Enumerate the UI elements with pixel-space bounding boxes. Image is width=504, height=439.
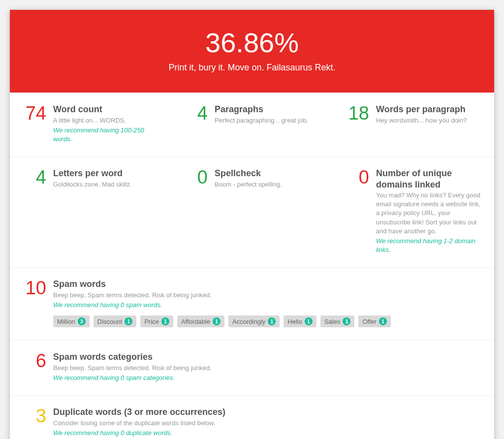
chip-count-badge: 1 (161, 317, 169, 325)
metric-value: 6 (21, 351, 46, 382)
word-chip: Discount1 (94, 315, 137, 327)
metric-spellcheck: 0 Spellcheck Boom - perfect spelling. (171, 157, 333, 267)
score-value: 36.86% (20, 27, 484, 59)
metric-value: 18 (344, 104, 369, 144)
word-chip: Price1 (140, 315, 173, 327)
metric-desc: Beep beep. Spam terms detected. Risk of … (53, 364, 483, 373)
metric-desc: Hey wordsmith... how you doin? (376, 116, 483, 125)
chip-count-badge: 1 (343, 317, 350, 325)
metric-title: Word count (53, 104, 160, 115)
metric-word-count: 74 Word count A little light on... WORDS… (10, 93, 171, 157)
chip-word: Discount (97, 318, 123, 325)
chip-count-badge: 1 (379, 317, 387, 325)
score-tagline: Print it, bury it. Move on. Failasaurus … (20, 63, 484, 73)
metric-desc: A little light on... WORDS. (53, 116, 160, 125)
metric-reco: We recommend having 1-2 domain links. (376, 237, 483, 254)
metric-value: 4 (182, 104, 208, 144)
metric-title: Spam words categories (53, 351, 483, 363)
report-card: 36.86% Print it, bury it. Move on. Faila… (10, 10, 494, 439)
section-spam-categories: 6 Spam words categories Beep beep. Spam … (10, 340, 494, 395)
section-duplicate-words: 3 Duplicate words (3 or more occurrences… (10, 395, 494, 439)
metric-title: Letters per word (53, 168, 160, 179)
metric-desc: Boom - perfect spelling. (215, 180, 322, 189)
metric-desc: Consider losing some of the duplicate wo… (53, 419, 483, 428)
word-chip: Million3 (53, 315, 90, 327)
metric-unique-domains: 0 Number of unique domains linked You ma… (333, 157, 494, 267)
metric-value: 74 (21, 104, 46, 144)
metric-title: Words per paragraph (376, 104, 483, 115)
chip-count-badge: 1 (268, 317, 276, 325)
header: 36.86% Print it, bury it. Move on. Faila… (10, 10, 494, 93)
metric-reco: We recommend having 0 duplicate words. (53, 429, 483, 438)
chip-word: Offer (362, 318, 377, 325)
metric-reco: We recommend having 0 spam categories. (53, 374, 483, 382)
metric-desc: Beep beep. Spam terms detected. Risk of … (53, 291, 483, 300)
metric-title: Spellcheck (215, 168, 322, 179)
metric-letters-per-word: 4 Letters per word Goldilocks zone. Mad … (10, 157, 171, 267)
chip-word: Price (144, 318, 159, 325)
metric-value: 0 (182, 168, 208, 254)
chip-count-badge: 1 (213, 317, 220, 325)
chip-word: Accordingly (232, 318, 265, 325)
chip-word: Affordable (181, 318, 210, 325)
chip-count-badge: 1 (125, 317, 132, 325)
chip-count-badge: 3 (78, 317, 86, 325)
word-chip: Offer1 (358, 315, 391, 327)
metric-title: Spam words (53, 279, 483, 290)
chip-word: Million (57, 318, 75, 325)
metrics-row-1: 74 Word count A little light on... WORDS… (10, 93, 494, 157)
metric-value: 10 (21, 279, 46, 327)
metric-title: Duplicate words (3 or more occurrences) (53, 407, 483, 418)
word-chip: Sales1 (320, 315, 355, 327)
metric-title: Number of unique domains linked (376, 168, 483, 190)
spam-chips: Million3Discount1Price1Affordable1Accord… (53, 315, 483, 327)
metric-value: 4 (21, 168, 46, 254)
metric-title: Paragraphs (215, 104, 322, 115)
metric-value: 3 (21, 407, 46, 439)
metric-desc: Perfect paragraphing... great job. (215, 116, 322, 125)
word-chip: Hello1 (284, 315, 316, 327)
metrics-row-2: 4 Letters per word Goldilocks zone. Mad … (10, 157, 494, 267)
metric-desc: You mad? Why no links? Every good email … (376, 191, 483, 236)
metric-reco: We recommend having 100-250 words. (53, 126, 160, 144)
metric-desc: Goldilocks zone. Mad skillz. (53, 180, 160, 189)
metric-paragraphs: 4 Paragraphs Perfect paragraphing... gre… (171, 93, 333, 157)
chip-word: Hello (287, 318, 302, 325)
chip-count-badge: 1 (305, 317, 313, 325)
metric-words-per-paragraph: 18 Words per paragraph Hey wordsmith... … (333, 93, 494, 157)
metric-reco: We recommend having 0 spam words. (53, 301, 483, 310)
chip-word: Sales (324, 318, 341, 325)
word-chip: Affordable1 (177, 315, 224, 327)
metric-value: 0 (344, 168, 369, 254)
word-chip: Accordingly1 (228, 315, 280, 327)
section-spam-words: 10 Spam words Beep beep. Spam terms dete… (10, 267, 494, 340)
